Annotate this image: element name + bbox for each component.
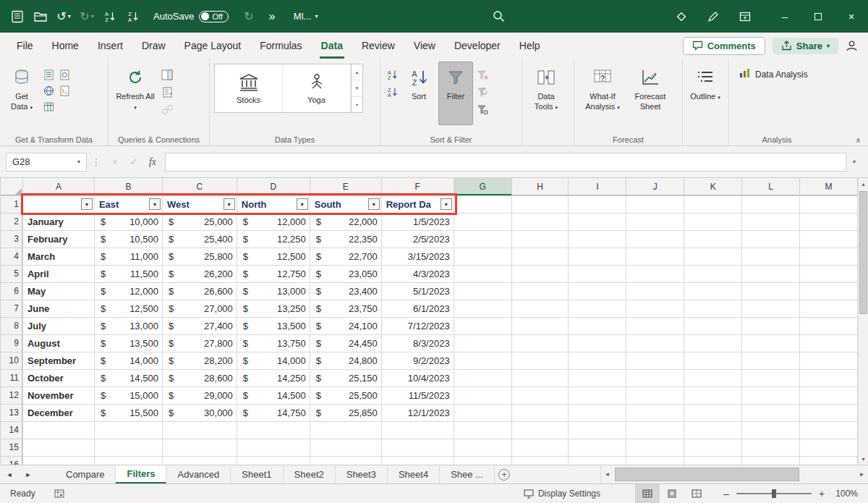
cell-E10[interactable]: $24,800	[310, 352, 381, 369]
cell-H7[interactable]	[511, 300, 569, 317]
cell-I14[interactable]	[569, 421, 626, 439]
zoom-level[interactable]: 100%	[833, 489, 868, 499]
cell-D6[interactable]: $13,000	[237, 282, 310, 300]
cell-D5[interactable]: $12,750	[237, 265, 310, 282]
vertical-scrollbar[interactable]: ▲ ▼	[858, 178, 868, 465]
cell-E4[interactable]: $22,700	[310, 248, 381, 265]
cell-A7[interactable]: June	[22, 300, 94, 317]
vertical-scroll-thumb[interactable]	[859, 191, 867, 314]
cell-G5[interactable]	[454, 265, 511, 282]
cell-L8[interactable]	[742, 317, 800, 334]
sort-button[interactable]: AZ Sort	[401, 62, 436, 125]
filter-button[interactable]: Filter	[438, 62, 473, 125]
sheet-tab-sheet2[interactable]: Sheet2	[284, 465, 336, 483]
cell-C2[interactable]: $25,000	[162, 213, 237, 230]
cell-H8[interactable]	[511, 317, 569, 334]
filter-dropdown-button-D1[interactable]: ▼	[297, 198, 308, 210]
column-header-M[interactable]: M	[800, 178, 858, 195]
cell-E15[interactable]	[310, 439, 381, 456]
cell-F1[interactable]: Report Da▼	[381, 195, 454, 213]
cell-F10[interactable]: 9/2/2023	[381, 352, 454, 369]
cell-F3[interactable]: 2/5/2023	[381, 230, 454, 248]
cell-M14[interactable]	[800, 421, 858, 439]
cell-K13[interactable]	[684, 404, 742, 421]
cell-K7[interactable]	[684, 300, 742, 317]
cell-J6[interactable]	[626, 282, 684, 300]
cell-B11[interactable]: $14,500	[94, 369, 162, 386]
cell-I15[interactable]	[569, 439, 626, 456]
from-text-csv-icon[interactable]	[41, 67, 56, 82]
cell-I10[interactable]	[569, 352, 626, 369]
formula-bar-expand-button[interactable]: ▾	[846, 153, 862, 172]
cell-H14[interactable]	[511, 421, 569, 439]
existing-connections-icon[interactable]	[57, 83, 72, 98]
scroll-right-button[interactable]: ►	[856, 465, 868, 483]
column-header-C[interactable]: C	[162, 178, 237, 195]
cell-B6[interactable]: $12,000	[94, 282, 162, 300]
more-commands-button[interactable]: »	[262, 6, 282, 28]
cell-J4[interactable]	[626, 248, 684, 265]
sheet-tab-compare[interactable]: Compare	[55, 465, 116, 483]
cell-F5[interactable]: 4/3/2023	[381, 265, 454, 282]
row-header-7[interactable]: 7	[1, 300, 23, 317]
cell-B14[interactable]	[94, 421, 162, 439]
cell-D10[interactable]: $14,000	[237, 352, 310, 369]
cell-C12[interactable]: $29,000	[162, 386, 237, 404]
cell-H1[interactable]	[511, 195, 569, 213]
cell-A11[interactable]: October	[22, 369, 94, 386]
sort-ascending-button[interactable]: AZ	[100, 6, 120, 28]
cell-E14[interactable]	[310, 421, 381, 439]
cell-D13[interactable]: $14,750	[237, 404, 310, 421]
cell-M5[interactable]	[800, 265, 858, 282]
cell-M16[interactable]	[800, 456, 858, 465]
zoom-out-button[interactable]: –	[719, 488, 733, 499]
cell-M9[interactable]	[800, 334, 858, 352]
cell-K2[interactable]	[684, 213, 742, 230]
formula-input[interactable]	[165, 153, 846, 172]
horizontal-scroll-track[interactable]	[613, 465, 856, 483]
cell-G8[interactable]	[454, 317, 511, 334]
cell-F4[interactable]: 3/15/2023	[381, 248, 454, 265]
cell-D1[interactable]: North▼	[237, 195, 310, 213]
cell-M4[interactable]	[800, 248, 858, 265]
cell-B12[interactable]: $15,000	[94, 386, 162, 404]
data-type-stocks[interactable]: Stocks	[215, 64, 283, 112]
cell-H13[interactable]	[511, 404, 569, 421]
close-button[interactable]: ×	[835, 0, 868, 33]
cell-H16[interactable]	[511, 456, 569, 465]
row-header-1[interactable]: 1	[1, 195, 23, 213]
cell-D11[interactable]: $14,250	[237, 369, 310, 386]
cell-A9[interactable]: August	[22, 334, 94, 352]
new-sheet-button[interactable]: +	[495, 465, 514, 483]
column-header-E[interactable]: E	[310, 178, 381, 195]
gallery-up-button[interactable]: ▲	[352, 64, 362, 80]
column-header-L[interactable]: L	[742, 178, 800, 195]
what-if-analysis-button[interactable]: ? What-If Analysis ▾	[579, 62, 626, 125]
cell-B8[interactable]: $13,000	[94, 317, 162, 334]
cell-C5[interactable]: $26,200	[162, 265, 237, 282]
cell-D12[interactable]: $14,500	[237, 386, 310, 404]
cancel-button[interactable]: ×	[106, 153, 124, 172]
cell-L6[interactable]	[742, 282, 800, 300]
cell-B3[interactable]: $10,500	[94, 230, 162, 248]
outline-button[interactable]: Outline ▾	[687, 62, 723, 125]
select-all-button[interactable]	[1, 178, 23, 195]
cell-K14[interactable]	[684, 421, 742, 439]
sheet-tab-sheet3[interactable]: Sheet3	[336, 465, 388, 483]
row-header-8[interactable]: 8	[1, 317, 23, 334]
cell-B5[interactable]: $11,500	[94, 265, 162, 282]
cell-A15[interactable]	[22, 439, 94, 456]
cell-I4[interactable]	[569, 248, 626, 265]
cell-D16[interactable]	[237, 456, 310, 465]
cell-L12[interactable]	[742, 386, 800, 404]
cell-D15[interactable]	[237, 439, 310, 456]
user-avatar-icon[interactable]	[846, 40, 858, 52]
cell-G13[interactable]	[454, 404, 511, 421]
cell-M10[interactable]	[800, 352, 858, 369]
cell-A5[interactable]: April	[22, 265, 94, 282]
cell-J1[interactable]	[626, 195, 684, 213]
scroll-down-button[interactable]: ▼	[859, 453, 868, 465]
row-header-9[interactable]: 9	[1, 334, 23, 352]
feature-diamond-icon[interactable]	[671, 6, 692, 28]
cell-A12[interactable]: November	[22, 386, 94, 404]
